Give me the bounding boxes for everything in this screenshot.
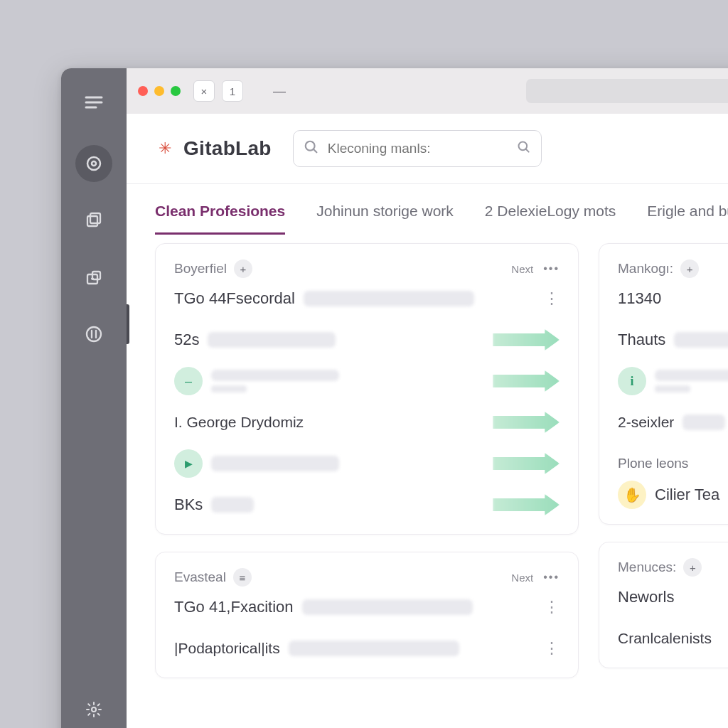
svg-point-1 bbox=[92, 161, 96, 166]
tab-erigle[interactable]: Erigle and butice bbox=[647, 203, 728, 235]
list-item[interactable]: |Podaptorical|its ⋮ bbox=[174, 628, 560, 669]
titlebar: × 1 — Cultach bbox=[127, 68, 728, 114]
search-box[interactable] bbox=[293, 130, 542, 167]
svg-point-8 bbox=[92, 707, 96, 712]
card-boyerfiel: Boyerfiel + Next ••• TGo 44Fsecordal ⋮ 5… bbox=[155, 243, 579, 535]
card-menu-icon[interactable]: ••• bbox=[543, 571, 560, 584]
list-item[interactable]: 11340 bbox=[618, 278, 728, 319]
tab-number-chip[interactable]: 1 bbox=[222, 80, 243, 102]
list-item[interactable]: 2-seixler bbox=[618, 402, 728, 443]
list-item[interactable]: TGo 41,Fxacition ⋮ bbox=[174, 587, 560, 628]
address-bar[interactable]: Cultach bbox=[526, 79, 728, 103]
sort-icon[interactable] bbox=[233, 568, 252, 587]
logo-icon: ✳ bbox=[155, 139, 175, 159]
placeholder-text bbox=[655, 370, 728, 381]
sidebar-active-indicator bbox=[127, 304, 129, 344]
placeholder-text bbox=[674, 332, 728, 348]
progress-arrow-icon bbox=[493, 370, 560, 392]
progress-arrow-icon bbox=[493, 329, 560, 350]
card-title: Evasteal bbox=[174, 569, 226, 585]
app-logo[interactable]: ✳ GitabLab bbox=[155, 137, 272, 160]
search-input[interactable] bbox=[328, 141, 508, 156]
card-menuces: Menuces: + Neworls Cranlcalenists bbox=[599, 542, 728, 668]
list-item[interactable]: I. George Drydomiz bbox=[174, 402, 560, 443]
list-item[interactable]: TGo 44Fsecordal ⋮ bbox=[174, 278, 560, 319]
list-item[interactable]: Cranlcalenists bbox=[618, 618, 728, 659]
hand-icon: ✋ bbox=[618, 481, 646, 509]
placeholder-text bbox=[208, 332, 336, 348]
list-item[interactable] bbox=[618, 360, 728, 402]
tab-close-button[interactable]: × bbox=[193, 80, 215, 102]
progress-arrow-icon bbox=[493, 412, 560, 433]
list-item[interactable] bbox=[174, 443, 560, 484]
placeholder-text bbox=[211, 456, 339, 471]
add-icon[interactable]: + bbox=[683, 558, 702, 577]
search-icon bbox=[304, 139, 319, 158]
svg-point-0 bbox=[87, 157, 100, 170]
svg-point-7 bbox=[87, 327, 101, 341]
play-icon[interactable] bbox=[174, 449, 203, 478]
row-menu-icon[interactable]: ⋮ bbox=[544, 598, 560, 616]
progress-arrow-icon bbox=[493, 453, 560, 474]
svg-rect-3 bbox=[90, 213, 100, 223]
list-item[interactable] bbox=[174, 360, 560, 402]
card-menu-icon[interactable]: ••• bbox=[543, 262, 560, 275]
row-menu-icon[interactable]: ⋮ bbox=[544, 639, 560, 658]
app-name: GitabLab bbox=[183, 137, 272, 160]
tab-johinun[interactable]: Johinun storige work bbox=[316, 203, 454, 235]
next-button[interactable]: Next bbox=[511, 263, 533, 275]
collapse-icon[interactable]: — bbox=[273, 84, 286, 99]
minimize-window-button[interactable] bbox=[154, 86, 164, 96]
sidebar-item-projects[interactable] bbox=[75, 202, 112, 239]
svg-point-6 bbox=[92, 278, 94, 280]
list-item[interactable]: 52s bbox=[174, 319, 560, 360]
section-title: Plone leons bbox=[618, 456, 728, 471]
sidebar-item-security[interactable] bbox=[75, 259, 112, 296]
card-title: Menuces: bbox=[618, 560, 676, 575]
placeholder-text bbox=[682, 414, 725, 430]
list-item[interactable]: Thauts bbox=[618, 319, 728, 360]
content-tabs: Clean Profesiones Johinun storige work 2… bbox=[127, 184, 728, 235]
placeholder-text bbox=[289, 641, 459, 656]
placeholder-text bbox=[302, 599, 473, 615]
progress-arrow-icon bbox=[493, 494, 560, 515]
list-item[interactable]: BKs bbox=[174, 484, 560, 525]
add-icon[interactable]: + bbox=[680, 259, 699, 278]
placeholder-text bbox=[304, 291, 474, 306]
app-header: ✳ GitabLab bbox=[127, 114, 728, 183]
placeholder-text bbox=[655, 385, 690, 392]
window-controls bbox=[138, 86, 181, 96]
main-area: × 1 — Cultach ✳ GitabLab bbox=[127, 68, 728, 728]
list-item[interactable]: ✋ Cilier Tea bbox=[618, 474, 728, 515]
placeholder-text bbox=[211, 370, 339, 381]
sidebar-item-activity[interactable] bbox=[75, 316, 112, 353]
card-mankogi: Mankogı: + 11340 Thauts bbox=[599, 243, 728, 525]
tab-clean-profesiones[interactable]: Clean Profesiones bbox=[155, 203, 285, 235]
placeholder-text bbox=[211, 497, 254, 513]
tab-delexielogy[interactable]: 2 DelexieLogy mots bbox=[485, 203, 616, 235]
card-evasteal: Evasteal Next ••• TGo 41,Fxacition ⋮ |Po… bbox=[155, 552, 579, 678]
card-title: Mankogı: bbox=[618, 261, 673, 277]
close-window-button[interactable] bbox=[138, 86, 148, 96]
menu-toggle-icon[interactable] bbox=[75, 88, 112, 117]
placeholder-text bbox=[211, 385, 247, 392]
add-icon[interactable]: + bbox=[234, 259, 252, 278]
card-title: Boyerfiel bbox=[174, 261, 227, 277]
zoom-window-button[interactable] bbox=[171, 86, 181, 96]
search-submit-icon[interactable] bbox=[517, 140, 531, 157]
content-grid: Boyerfiel + Next ••• TGo 44Fsecordal ⋮ 5… bbox=[127, 235, 728, 687]
row-menu-icon[interactable]: ⋮ bbox=[544, 289, 560, 308]
list-item[interactable]: Neworls bbox=[618, 577, 728, 618]
settings-icon[interactable] bbox=[75, 691, 112, 728]
app-window: × 1 — Cultach ✳ GitabLab bbox=[61, 68, 728, 728]
dash-icon bbox=[174, 367, 203, 395]
next-button[interactable]: Next bbox=[511, 572, 533, 584]
sidebar-rail bbox=[61, 68, 127, 728]
svg-rect-2 bbox=[87, 216, 97, 226]
info-icon bbox=[618, 367, 646, 395]
sidebar-item-home[interactable] bbox=[75, 145, 112, 182]
